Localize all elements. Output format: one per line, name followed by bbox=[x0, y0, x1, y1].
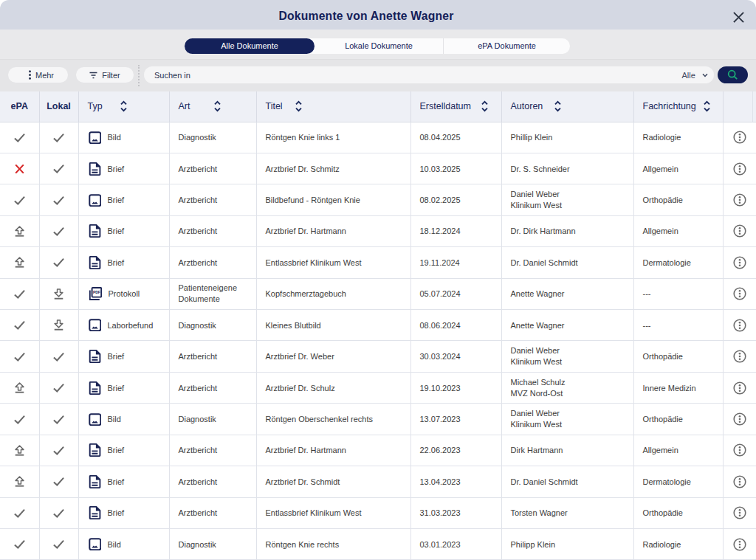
svg-text:PDF: PDF bbox=[93, 290, 100, 294]
